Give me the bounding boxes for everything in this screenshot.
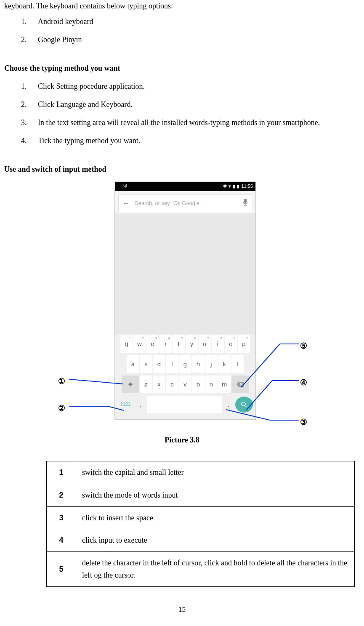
key-p[interactable]: p0 [238,335,250,353]
list-item: 3. In the text setting area will reveal … [21,117,360,129]
search-bar[interactable]: ← Search, or say "Ok Google" [118,194,252,212]
search-placeholder[interactable]: Search, or say "Ok Google" [135,199,242,208]
key-j[interactable]: j [205,355,218,373]
list-number: 1. [21,80,38,93]
list-item: 1. Click Setting pocedure application. [21,80,360,93]
key-y[interactable]: y6 [186,335,198,353]
legend-table: 1 switch the capital and small letter 2 … [46,461,355,587]
keyboard-row-2: a s d f g h j k l [115,354,255,374]
bluetooth-icon: ⬚ [117,183,122,190]
svg-rect-0 [244,199,247,203]
list-text: Tick the typing method you want. [38,135,360,147]
svg-point-1 [242,402,245,406]
key-space[interactable] [147,396,222,413]
bluetooth-icon: ✱ [223,183,227,190]
list-text: Android keyboard [38,16,360,28]
key-u[interactable]: u7 [199,335,211,353]
legend-desc: click to insert the space [76,506,355,529]
backspace-icon [236,382,244,387]
key-d[interactable]: d [153,355,165,373]
legend-num: 2 [47,484,76,506]
battery-icon: ▮ [237,183,239,190]
table-row: 3 click to insert the space [47,506,355,529]
shift-icon [128,381,133,387]
status-time: 11:55 [241,183,253,190]
key-search[interactable] [235,397,253,413]
mic-icon[interactable] [242,197,248,210]
intro-text: keyboard. The keyboard contains below ty… [4,0,360,12]
key-n[interactable]: n [205,376,218,393]
key-c[interactable]: c [166,376,178,393]
legend-num: 3 [47,506,76,529]
key-e[interactable]: e3 [146,335,159,353]
key-w[interactable]: w2 [133,335,146,353]
figure-caption: Picture 3.8 [4,434,360,446]
key-shift[interactable] [122,376,139,393]
key-z[interactable]: z [140,376,152,393]
key-t[interactable]: t5 [173,335,185,353]
legend-num: 5 [47,552,76,587]
legend-num: 4 [47,529,76,552]
callout-label-4: ④ [300,376,307,389]
legend-desc: switch the mode of words input [76,484,355,506]
key-o[interactable]: o9 [225,335,237,353]
list-item: 4. Tick the typing method you want. [21,135,360,147]
back-icon[interactable]: ← [122,197,130,210]
list-text: Click Language and Keyboard. [38,99,360,111]
callout-label-1: ① [58,375,65,388]
list-text: In the text setting area will reveal all… [38,117,360,129]
legend-desc: click input to execute [76,529,355,552]
svg-line-2 [245,405,247,407]
list-item: 2. Google Pinyin [21,34,360,46]
list-text: Google Pinyin [38,34,360,46]
content-area [115,213,255,334]
key-l[interactable]: l [231,355,244,373]
key-period[interactable]: . [223,396,234,413]
list-number: 4. [21,135,38,147]
list-text: Click Setting pocedure application. [38,80,360,93]
key-i[interactable]: i8 [212,335,224,353]
key-k[interactable]: k [218,355,231,373]
figure-container: ⬚ Ψ ✱ ▾ ▮ ▮ 11:55 ← Search, or say "Ok G… [4,181,360,432]
list-number: 1. [21,16,38,28]
key-x[interactable]: x [153,376,165,393]
table-row: 1 switch the capital and small letter [47,461,355,484]
key-f[interactable]: f [166,355,178,373]
section-heading-choose: Choose the typing method you want [4,62,360,75]
key-b[interactable]: b [192,376,205,393]
status-bar: ⬚ Ψ ✱ ▾ ▮ ▮ 11:55 [115,182,255,191]
list-item: 1. Android keyboard [21,16,360,28]
legend-num: 1 [47,461,76,484]
keyboard-row-4: ?123 , . [115,394,255,415]
list-number: 3. [21,117,38,129]
keyboard-row-3: z x c v b n m [115,374,255,394]
signal-icon: ▮ [233,183,235,190]
list-number: 2. [21,99,38,111]
key-123[interactable]: ?123 [117,396,133,413]
search-icon [241,401,247,408]
legend-desc: switch the capital and small letter [76,461,355,484]
table-row: 2 switch the mode of words input [47,484,355,506]
table-row: 4 click input to execute [47,529,355,552]
key-h[interactable]: h [192,355,205,373]
key-g[interactable]: g [179,355,191,373]
key-m[interactable]: m [218,376,231,393]
keyboard: q1 w2 e3 r4 t5 y6 u7 i8 o9 p0 a s d f g … [115,334,255,419]
keyboard-options-list: 1. Android keyboard 2. Google Pinyin [4,16,360,46]
wifi-icon: ▾ [228,183,231,190]
callout-label-5: ⑤ [300,340,307,352]
key-v[interactable]: v [179,376,191,393]
psi-icon: Ψ [123,183,127,190]
section-heading-use-switch: Use and switch of input method [4,163,360,176]
key-s[interactable]: s [140,355,152,373]
key-comma[interactable]: , [135,396,145,413]
key-a[interactable]: a [127,355,139,373]
list-number: 2. [21,34,38,46]
key-backspace[interactable] [231,376,249,393]
phone-screenshot: ⬚ Ψ ✱ ▾ ▮ ▮ 11:55 ← Search, or say "Ok G… [114,181,256,420]
table-row: 5 delete the character in the left of cu… [47,552,355,587]
list-item: 2. Click Language and Keyboard. [21,99,360,111]
callout-label-3: ③ [300,416,307,429]
key-r[interactable]: r4 [159,335,172,353]
key-q[interactable]: q1 [120,335,133,353]
